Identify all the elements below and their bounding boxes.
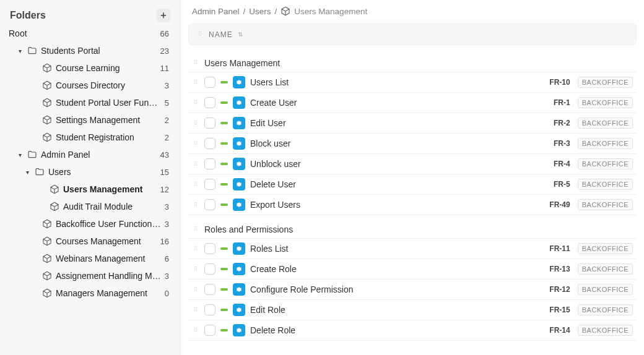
list-item[interactable]: Roles ListFR-11BACKOFFICE [188,239,637,259]
item-tag: BACKOFFICE [578,199,633,210]
checkbox[interactable] [204,304,215,315]
grip-icon[interactable] [192,325,199,336]
checkbox[interactable] [204,263,215,275]
item-title: Create Role [250,264,544,274]
tree-item[interactable]: ▾Courses Management16 [6,233,174,250]
tree-item-count: 15 [160,168,170,177]
breadcrumb-part-admin[interactable]: Admin Panel [192,7,240,16]
grip-icon[interactable] [192,139,199,149]
grip-icon[interactable] [192,305,199,315]
tree-item-count: 23 [160,46,170,56]
list-item[interactable]: Edit RoleFR-15BACKOFFICE [188,300,637,320]
checkbox[interactable] [204,199,215,210]
grip-icon[interactable] [196,29,204,40]
chevron-down-icon[interactable]: ▾ [16,152,24,158]
tree-item[interactable]: ▾Courses Directory3 [6,77,174,94]
grip-icon[interactable] [192,159,199,169]
tree-item[interactable]: ▾Managers Management0 [6,284,174,302]
grip-icon[interactable] [192,284,199,295]
tree-item[interactable]: ▾Students Portal23 [6,42,174,59]
tree-root-count: 66 [160,29,170,38]
checkbox[interactable] [204,138,215,149]
checkbox[interactable] [204,325,215,336]
tree-item-label: Users [48,167,157,177]
checkbox[interactable] [204,118,215,129]
add-folder-button[interactable]: + [157,9,170,22]
grip-icon[interactable] [192,58,199,68]
checkbox[interactable] [204,284,215,295]
tree-item-label: Settings Management [56,115,161,125]
tree-root[interactable]: Root 66 [6,25,174,42]
checkbox[interactable] [204,97,215,108]
grip-icon[interactable] [192,200,199,210]
cube-icon [42,132,52,142]
priority-indicator [220,81,228,83]
grip-icon[interactable] [192,264,199,275]
item-type-icon [233,158,245,170]
tree-item[interactable]: ▾Student Portal User Functionalities5 [6,94,174,111]
item-title: Export Users [250,200,544,210]
priority-indicator [220,329,228,331]
grip-icon[interactable] [192,77,199,88]
tree-item-count: 2 [165,116,170,125]
tree-item-count: 11 [160,64,170,73]
checkbox[interactable] [204,179,215,190]
tree-item[interactable]: ▾Settings Management2 [6,111,174,129]
column-header-name[interactable]: NAME [209,30,233,39]
list-item[interactable]: Edit UserFR-2BACKOFFICE [188,113,637,134]
sort-icon[interactable]: ⇅ [238,31,243,38]
tree-item-label: Assignement Handling Module [56,271,161,281]
item-tag: BACKOFFICE [578,243,633,254]
grip-icon[interactable] [192,244,199,254]
cube-icon [42,98,52,108]
grip-icon[interactable] [192,179,199,190]
column-header-row: NAME ⇅ [188,24,637,45]
item-type-icon [233,304,245,316]
tree-item[interactable]: ▾Audit Trail Module3 [6,198,174,215]
list-item[interactable]: Unblock userFR-4BACKOFFICE [188,154,637,174]
tree-item-label: Users Management [63,184,157,194]
tree-item-count: 3 [165,81,170,90]
item-type-icon [233,76,245,88]
cube-icon [42,236,52,246]
item-code: FR-14 [549,326,572,335]
tree-item[interactable]: ▾Admin Panel43 [6,146,174,163]
item-code: FR-11 [549,244,572,253]
list-item[interactable]: Delete RoleFR-14BACKOFFICE [188,320,637,341]
tree-item-label: Managers Management [56,288,161,298]
grip-icon[interactable] [192,98,199,108]
list-item[interactable]: Users ListFR-10BACKOFFICE [188,72,637,93]
grip-icon[interactable] [192,224,199,234]
chevron-down-icon[interactable]: ▾ [24,169,31,176]
tree-item-label: Audit Trail Module [63,202,161,212]
tree-item[interactable]: ▾Course Learning11 [6,59,174,77]
item-tag: BACKOFFICE [578,97,633,108]
item-code: FR-3 [554,139,573,148]
list-item[interactable]: Create RoleFR-13BACKOFFICE [188,259,637,280]
tree-item[interactable]: ▾Users15 [6,163,174,181]
item-code: FR-15 [549,306,572,314]
item-title: Users List [250,77,544,87]
list-item[interactable]: Create UserFR-1BACKOFFICE [188,93,637,113]
checkbox[interactable] [204,158,215,169]
list-item[interactable]: Delete UserFR-5BACKOFFICE [188,174,637,195]
tree-item[interactable]: ▾Student Registration2 [6,129,174,146]
tree-item[interactable]: ▾Webinars Management6 [6,250,174,267]
list-item[interactable]: Export UsersFR-49BACKOFFICE [188,195,637,215]
list-item[interactable]: Block userFR-3BACKOFFICE [188,134,637,154]
tree-item[interactable]: ▾Backoffice User Functionality3 [6,215,174,233]
grip-icon[interactable] [192,118,199,129]
priority-indicator [220,309,228,311]
tree-item[interactable]: ▾Assignement Handling Module3 [6,267,174,284]
tree-item-label: Admin Panel [41,150,157,160]
item-type-icon [233,117,245,129]
priority-indicator [220,203,228,206]
item-type-icon [233,263,245,275]
breadcrumb-part-users[interactable]: Users [249,7,271,16]
tree-item[interactable]: ▾Users Management12 [6,181,174,198]
item-tag: BACKOFFICE [578,118,633,129]
checkbox[interactable] [204,77,215,88]
chevron-down-icon[interactable]: ▾ [16,48,24,54]
list-item[interactable]: Configure Role PermissionFR-12BACKOFFICE [188,280,637,300]
checkbox[interactable] [204,243,215,254]
